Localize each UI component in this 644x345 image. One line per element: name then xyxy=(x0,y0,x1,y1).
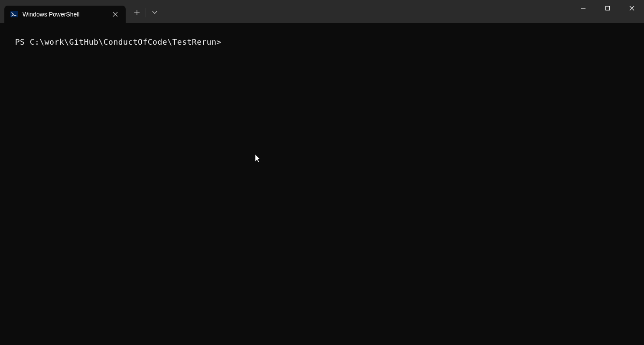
maximize-icon xyxy=(605,6,610,11)
window-controls xyxy=(571,0,644,16)
close-window-button[interactable] xyxy=(620,0,644,16)
close-icon xyxy=(113,12,118,17)
new-tab-button[interactable] xyxy=(129,5,145,20)
tab-dropdown-button[interactable] xyxy=(147,5,163,20)
prompt-text: PS C:\work\GitHub\ConductOfCode\TestReru… xyxy=(15,37,221,46)
svg-rect-3 xyxy=(606,7,610,10)
tab-title: Windows PowerShell xyxy=(23,11,110,18)
tabs-area: Windows PowerShell xyxy=(0,0,126,23)
svg-rect-0 xyxy=(10,11,18,17)
newtab-area xyxy=(126,0,163,23)
maximize-button[interactable] xyxy=(595,0,620,16)
minimize-button[interactable] xyxy=(571,0,595,16)
chevron-down-icon xyxy=(152,11,157,14)
close-icon xyxy=(629,6,634,11)
powershell-icon xyxy=(10,10,18,18)
terminal-content[interactable]: PS C:\work\GitHub\ConductOfCode\TestReru… xyxy=(0,23,644,52)
tab-powershell[interactable]: Windows PowerShell xyxy=(4,6,126,23)
titlebar: Windows PowerShell xyxy=(0,0,644,23)
close-tab-button[interactable] xyxy=(110,9,120,20)
minimize-icon xyxy=(581,6,586,11)
mouse-cursor xyxy=(255,154,261,165)
plus-icon xyxy=(134,10,140,16)
divider xyxy=(146,8,146,17)
